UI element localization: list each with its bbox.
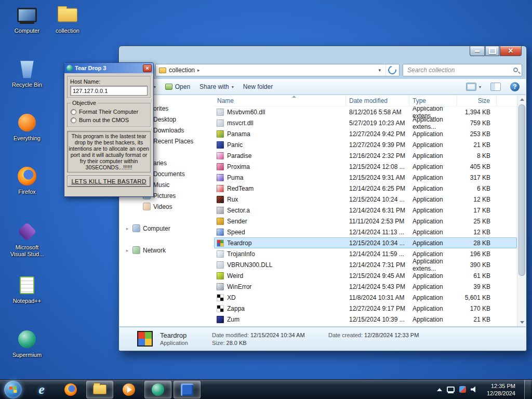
scroll-down-arrow[interactable] [518, 318, 526, 326]
maximize-button[interactable] [485, 46, 499, 56]
file-row[interactable]: Msvbvm60.dll8/12/2016 5:58 AMApplication… [214, 107, 517, 117]
share-with-button[interactable]: Share with ▾ [200, 83, 234, 90]
desktop-icon-label: Notepad++ [7, 298, 47, 304]
sidebar-item-videos[interactable]: Videos [135, 201, 172, 212]
file-name-cell: WinError [214, 283, 346, 290]
refresh-button[interactable] [385, 64, 398, 76]
file-row[interactable]: Puma12/15/2024 9:31 AMApplication317 KB [214, 172, 517, 183]
sidebar-item-computer[interactable]: ▸Computer [125, 223, 170, 234]
expand-arrow-icon[interactable]: ▸ [125, 248, 130, 253]
date-created-label: Date created: [328, 332, 363, 338]
sidebar-item-network[interactable]: ▸Network [125, 245, 166, 256]
hidden-icons-arrow[interactable] [437, 388, 442, 391]
file-name: Rux [227, 196, 238, 203]
file-size: 5,601 KB [457, 294, 497, 301]
file-row[interactable]: RedTeam12/14/2024 6:25 PMApplication6 KB [214, 183, 517, 194]
taskbar-button-firefox[interactable] [57, 381, 84, 398]
desktop-icon-visual-studio[interactable]: Microsoft Visual Stud... [7, 221, 47, 258]
file-row[interactable]: Proxima12/15/2024 12:08 ...Application40… [214, 161, 517, 172]
breadcrumb-folder[interactable]: collection [169, 66, 195, 74]
desktop-icon-firefox[interactable]: Firefox [7, 165, 47, 195]
radio-icon[interactable] [71, 117, 76, 123]
file-row[interactable]: Rux12/15/2024 10:24 ...Application12 KB [214, 194, 517, 205]
sidebar-item-label: Recent Places [153, 138, 193, 145]
taskbar-clock[interactable]: 12:35 PM 12/28/2024 [483, 382, 520, 397]
file-size: 12 KB [457, 196, 497, 203]
taskbar-button-windows-explorer[interactable] [86, 381, 113, 398]
file-row[interactable]: Zum12/15/2024 10:39 ...Application21 KB [214, 314, 517, 325]
taskbar-button-internet-explorer[interactable] [28, 381, 55, 398]
close-button[interactable] [500, 46, 522, 56]
file-row[interactable]: WinError12/14/2024 5:43 PMApplication39 … [214, 281, 517, 292]
taskbar-button-media-player[interactable] [115, 381, 142, 398]
desktop-icon-label: Firefox [7, 189, 47, 195]
file-type: Application [409, 196, 457, 203]
taskbar-button-supermium[interactable] [144, 381, 171, 398]
file-row[interactable]: Panama12/27/2024 9:42 PMApplication253 K… [214, 128, 517, 139]
kill-action-button[interactable]: LETS KILL THE BASTARD [67, 176, 151, 187]
system-tray: 12:35 PM 12/28/2024 [437, 380, 532, 399]
address-history-arrow-icon[interactable]: ▾ [376, 68, 383, 73]
scroll-up-arrow[interactable] [518, 95, 526, 103]
column-header-type[interactable]: Type [409, 95, 457, 106]
desktop-icon-supermium[interactable]: Supermium [7, 328, 47, 358]
open-button[interactable]: Open [165, 83, 190, 90]
explorer-window: ← → collection ▸ ▾ Organize ▾ Op [118, 46, 527, 351]
vertical-scrollbar[interactable] [517, 95, 526, 326]
sidebar-item-label: Desktop [153, 116, 176, 123]
help-button[interactable]: ? [510, 82, 520, 91]
breadcrumb[interactable]: collection ▸ ▾ [155, 64, 400, 76]
file-row[interactable]: Paradise12/16/2024 2:32 PMApplication8 K… [214, 150, 517, 161]
taskbar-buttons [27, 381, 202, 398]
desktop-icon-collection-folder[interactable]: collection [48, 4, 87, 34]
update-icon[interactable] [459, 386, 466, 393]
column-header-name[interactable]: Name [214, 95, 346, 106]
radio-icon[interactable] [71, 109, 76, 115]
file-row[interactable]: TrojanInfo12/14/2024 11:59 ...Applicatio… [214, 248, 517, 259]
file-row[interactable]: Zappa12/27/2024 9:17 PMApplication170 KB [214, 303, 517, 314]
videos-icon [143, 203, 151, 210]
desktop-icon-computer[interactable]: Computer [7, 4, 47, 34]
taskbar-button-app-grid[interactable] [174, 381, 201, 398]
expand-arrow-icon[interactable]: ▸ [125, 226, 130, 231]
preview-pane-button[interactable] [490, 83, 501, 91]
breadcrumb-arrow-icon[interactable]: ▸ [197, 68, 200, 73]
file-name: Zum [227, 316, 240, 323]
display-icon[interactable] [447, 387, 455, 392]
address-bar: ← → collection ▸ ▾ [123, 63, 522, 77]
file-row[interactable]: VBRUN300.DLL12/14/2024 7:31 PMApplicatio… [214, 259, 517, 270]
change-view-button[interactable]: ▾ [466, 83, 481, 91]
file-row[interactable]: msvcrt.dll5/27/2019 10:23 AMApplication … [214, 117, 517, 128]
objective-label: Objective [71, 100, 98, 106]
volume-icon[interactable] [471, 386, 478, 393]
objective-option-cmos[interactable]: Burn out the CMOS [71, 116, 147, 124]
scrollbar-thumb[interactable] [518, 104, 525, 276]
host-name-input[interactable] [70, 86, 148, 96]
file-date-modified: 12/14/2024 6:31 PM [346, 207, 409, 214]
file-name: msvcrt.dll [227, 119, 254, 127]
file-size: 25 KB [457, 218, 497, 225]
start-button[interactable] [4, 381, 22, 398]
desktop-icon-notepad-plus-plus[interactable]: Notepad++ [7, 274, 47, 304]
file-row[interactable]: Teardrop12/15/2024 10:34 ...Application2… [214, 237, 517, 248]
desktop-icon-recycle-bin[interactable]: Recycle Bin [7, 58, 47, 88]
show-desktop-button[interactable] [524, 380, 531, 399]
new-folder-button[interactable]: New folder [243, 83, 273, 90]
file-row[interactable]: Weird12/15/2024 9:45 AMApplication61 KB [214, 270, 517, 281]
file-row[interactable]: Panic12/27/2024 9:39 PMApplication21 KB [214, 139, 517, 150]
file-row[interactable]: Speed12/14/2024 11:13 ...Application12 K… [214, 227, 517, 237]
column-header-date-modified[interactable]: Date modified [346, 95, 409, 106]
file-size: 170 KB [457, 305, 497, 312]
column-header-size[interactable]: Size [457, 95, 497, 106]
dialog-close-button[interactable]: × [143, 64, 152, 72]
minimize-button[interactable] [470, 46, 485, 56]
search-input[interactable] [403, 64, 522, 76]
desktop-icon-everything[interactable]: Everything [7, 112, 47, 142]
file-row[interactable]: Sender11/11/2024 2:53 PMApplication25 KB [214, 216, 517, 227]
firefox-icon [16, 165, 38, 187]
objective-option-format[interactable]: Format Their Computer [71, 108, 147, 116]
file-row[interactable]: XD11/8/2024 10:31 AMApplication5,601 KB [214, 292, 517, 303]
dialog-titlebar[interactable]: Tear Drop 3 × [64, 63, 153, 73]
notepad-plus-plus-icon-art [20, 276, 34, 294]
file-row[interactable]: Sector.a12/14/2024 6:31 PMApplication17 … [214, 205, 517, 216]
